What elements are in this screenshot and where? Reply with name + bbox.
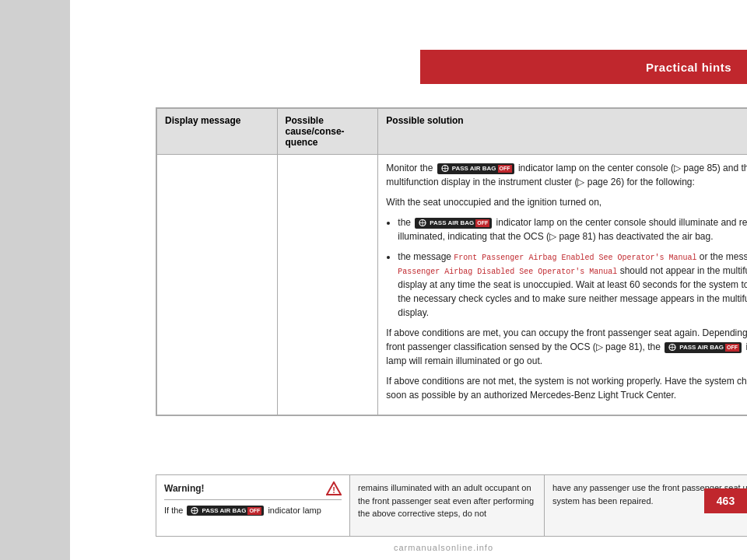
header-bar: Practical hints [420, 50, 747, 84]
warning-section: Warning! ! If the PASS AIR BAG OFF indic… [156, 474, 747, 537]
col-header-display: Display message [157, 109, 278, 155]
bullet-item-2: the message Front Passenger Airbag Enabl… [398, 250, 747, 320]
airbag-badge-warning: PASS AIR BAG OFF [187, 506, 264, 516]
warning-box: Warning! ! If the PASS AIR BAG OFF indic… [156, 474, 350, 537]
page-number: 463 [704, 488, 747, 513]
warning-col1-suffix: indicator lamp [268, 505, 321, 516]
main-table: Display message Possiblecause/conse-quen… [156, 107, 747, 416]
bullet-item-1: the PASS AIR BAG OFF indicator [398, 215, 747, 243]
table-cell-solution: Monitor the PASS AIR BAG OFF indicator l… [378, 155, 747, 415]
solution-para-2: With the seat unoccupied and the ignitio… [386, 195, 747, 209]
col-header-cause: Possiblecause/conse-quence [277, 109, 378, 155]
warning-content: If the PASS AIR BAG OFF indicator lamp [164, 505, 342, 516]
svg-text:!: ! [332, 485, 335, 495]
solution-para-conditions-met: If above conditions are met, you can occ… [386, 326, 747, 368]
solution-bullet-list: the PASS AIR BAG OFF indicator [398, 215, 747, 320]
watermark: carmanualsonline.info [140, 543, 747, 552]
airbag-badge-1: PASS AIR BAG OFF [437, 163, 514, 174]
warning-col1-text: If the [164, 505, 183, 516]
airbag-badge-3: PASS AIR BAG OFF [665, 342, 742, 353]
warning-triangle-icon: ! [326, 481, 342, 495]
solution-para-1: Monitor the PASS AIR BAG OFF indicator l… [386, 161, 747, 189]
warning-header: Warning! ! [164, 481, 342, 500]
warning-col2: remains illuminated with an adult occupa… [350, 474, 545, 537]
code-text-1: Front Passenger Airbag Enabled See Opera… [454, 254, 696, 262]
warning-label: Warning! [164, 483, 205, 494]
header-title: Practical hints [646, 61, 731, 74]
content-area: Practical hints Display message Possible… [70, 0, 747, 560]
airbag-badge-2: PASS AIR BAG OFF [415, 218, 492, 229]
table-cell-cause [277, 155, 378, 415]
table-cell-display [157, 155, 278, 415]
solution-para-conditions-not-met: If above conditions are not met, the sys… [386, 374, 747, 402]
warning-col2-text: remains illuminated with an adult occupa… [358, 483, 534, 518]
col-header-solution: Possible solution [378, 109, 747, 155]
